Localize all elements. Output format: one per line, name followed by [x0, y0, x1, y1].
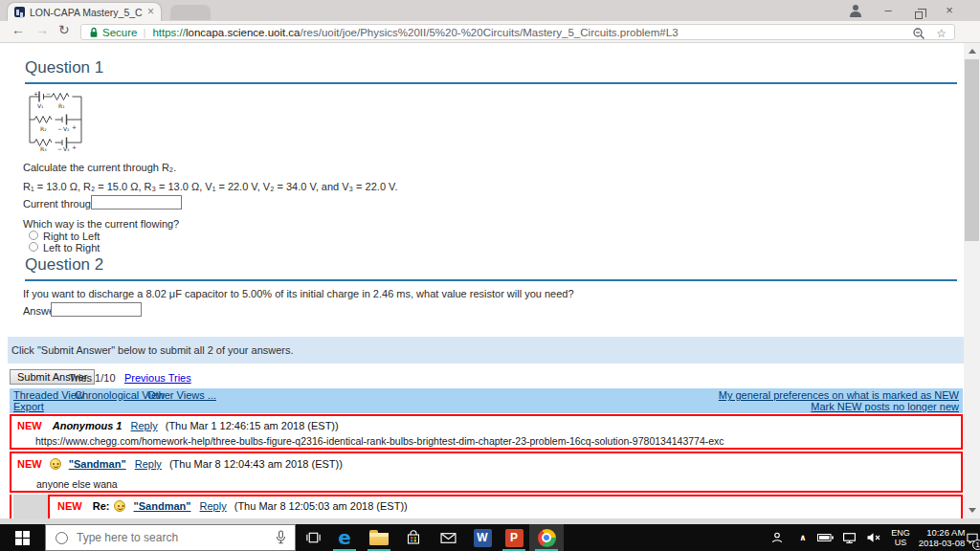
- tray-battery[interactable]: [813, 524, 836, 551]
- tab-title: LON-CAPA Mastery_5_Ci: [30, 7, 143, 18]
- tray-network[interactable]: [836, 524, 861, 551]
- new-tab-button[interactable]: [170, 5, 211, 20]
- tray-clock[interactable]: 10:26 AM2018-03-08: [915, 524, 969, 551]
- microphone-icon[interactable]: [276, 530, 286, 545]
- people-icon: [770, 531, 784, 544]
- radio-right-to-left-label: Right to Left: [43, 231, 100, 242]
- threaded-view-link[interactable]: Threaded View: [13, 389, 84, 401]
- circuit-r2-label: R₂: [40, 125, 47, 132]
- mail-envelope-icon: [440, 532, 457, 544]
- folder-icon: [369, 533, 389, 545]
- tray-people[interactable]: [764, 524, 791, 551]
- taskbar-word[interactable]: W: [465, 524, 500, 551]
- browser-window: LON-CAPA Mastery_5_Ci × – × ← → ↻ Secure…: [0, 0, 980, 551]
- powerpoint-icon: P: [505, 529, 523, 547]
- minimize-button[interactable]: –: [876, 2, 901, 19]
- address-bar[interactable]: Secure | https://loncapa.science.uoit.ca…: [80, 24, 955, 40]
- task-view-button[interactable]: [299, 524, 327, 551]
- cortana-icon: [56, 532, 68, 544]
- other-views-link[interactable]: Other Views ...: [147, 389, 216, 401]
- reply-link[interactable]: Reply: [131, 420, 158, 431]
- task-view-icon: [305, 531, 322, 544]
- taskbar: e W P: [0, 524, 980, 551]
- tray-show-hidden-icons[interactable]: ∧: [792, 524, 813, 551]
- restore-button[interactable]: [906, 2, 931, 19]
- circuit-minus-label: −: [57, 125, 62, 132]
- browser-toolbar: ← → ↻ Secure | https://loncapa.science.u…: [0, 21, 980, 43]
- discussion-post: NEW Re: "Sandman" Reply (Thu Mar 8 12:05…: [48, 495, 963, 518]
- profile-body: [850, 11, 861, 17]
- discussion-post-nested-row: NEW Re: "Sandman" Reply (Thu Mar 8 12:05…: [10, 495, 963, 518]
- close-button[interactable]: ×: [937, 2, 962, 19]
- forward-button[interactable]: →: [35, 22, 49, 37]
- taskbar-store[interactable]: [396, 524, 431, 551]
- taskbar-search[interactable]: [45, 524, 296, 551]
- notification-badge: 1: [972, 540, 980, 550]
- post-author: Anonymous 1: [53, 420, 122, 431]
- secure-label: Secure: [102, 27, 137, 38]
- previous-tries-link[interactable]: Previous Tries: [124, 372, 191, 384]
- taskbar-file-explorer[interactable]: [362, 524, 396, 551]
- radio-left-to-right[interactable]: [29, 242, 38, 252]
- circuit-v2-label: V₂: [63, 125, 70, 132]
- taskbar-edge[interactable]: e: [327, 524, 362, 551]
- q1-answer-input[interactable]: [91, 195, 182, 209]
- q1-direction-prompt: Which way is the current flowing?: [23, 218, 179, 230]
- radio-right-to-left[interactable]: [29, 231, 38, 240]
- circuit-v1-label: V₁: [37, 102, 44, 109]
- q2-prompt: If you want to discharge a 8.02 μF capac…: [23, 288, 574, 299]
- scroll-down-arrow-icon[interactable]: [969, 508, 976, 513]
- post-author-link[interactable]: "Sandman": [134, 500, 191, 512]
- question1-heading: Question 1: [25, 58, 103, 77]
- refresh-button[interactable]: ↻: [58, 22, 70, 37]
- radio-left-to-right-label: Left to Right: [43, 242, 100, 253]
- restore-icon: [915, 11, 923, 19]
- export-link[interactable]: Export: [13, 401, 44, 412]
- vertical-scrollbar[interactable]: [964, 43, 980, 518]
- new-badge: NEW: [17, 420, 42, 431]
- browser-tab[interactable]: LON-CAPA Mastery_5_Ci ×: [8, 3, 161, 21]
- tries-counter: Tries 1/10: [69, 372, 116, 384]
- scroll-up-arrow-icon[interactable]: [969, 49, 976, 54]
- url-scheme: https://: [152, 27, 186, 38]
- action-center-button[interactable]: 1: [965, 524, 980, 551]
- post-date: (Thu Mar 1 12:46:15 am 2018 (EST)): [166, 420, 339, 431]
- tray-volume-muted[interactable]: [861, 524, 886, 551]
- circuit-plus-label: +: [72, 143, 77, 150]
- circuit-r1-label: R₁: [58, 102, 65, 109]
- page-content: Question 1 + V₁ − R₁ R₂ − V₂ + R₃: [0, 43, 980, 518]
- network-icon: [842, 532, 857, 544]
- word-icon: W: [474, 529, 492, 547]
- reply-link[interactable]: Reply: [135, 458, 162, 470]
- reply-link[interactable]: Reply: [200, 500, 227, 512]
- url-path: /res/uoit/joe/Physics%20II/5%20-%20Circu…: [301, 27, 679, 38]
- circuit-r3-label: R₃: [40, 145, 47, 152]
- taskbar-mail[interactable]: [431, 524, 465, 551]
- circuit-plus-label: +: [72, 123, 77, 130]
- post-author-link[interactable]: "Sandman": [69, 458, 126, 470]
- section-divider: [25, 279, 957, 281]
- taskbar-chrome-active[interactable]: [529, 524, 564, 551]
- question2-heading: Question 2: [25, 255, 103, 275]
- bookmark-star-icon[interactable]: ☆: [936, 27, 947, 40]
- back-button[interactable]: ←: [11, 22, 25, 37]
- mark-new-link[interactable]: Mark NEW posts no longer new: [811, 401, 959, 412]
- taskbar-powerpoint[interactable]: P: [497, 524, 531, 551]
- post-content: https://www.chegg.com/homework-help/thre…: [35, 435, 724, 447]
- profile-head: [853, 5, 858, 11]
- discussion-post: NEW Anonymous 1 Reply (Thu Mar 1 12:46:1…: [10, 414, 963, 450]
- search-input[interactable]: [77, 531, 276, 544]
- circuit-diagram: + V₁ − R₁ R₂ − V₂ + R₃ − V₃ +: [26, 89, 85, 152]
- section-divider: [25, 82, 957, 84]
- q2-answer-input[interactable]: [51, 302, 142, 317]
- start-button[interactable]: [0, 524, 44, 551]
- new-preferences-link[interactable]: My general preferences on what is marked…: [719, 389, 959, 401]
- tab-close-icon[interactable]: ×: [147, 7, 154, 17]
- tray-language[interactable]: ENGUS: [886, 524, 915, 551]
- scrollbar-thumb[interactable]: [965, 59, 979, 241]
- profile-icon[interactable]: [848, 4, 862, 17]
- circuit-minus-label: −: [46, 90, 51, 97]
- new-badge: NEW: [57, 500, 82, 512]
- zoom-out-icon[interactable]: [912, 27, 925, 40]
- clock-time: 10:26 AM: [919, 527, 966, 538]
